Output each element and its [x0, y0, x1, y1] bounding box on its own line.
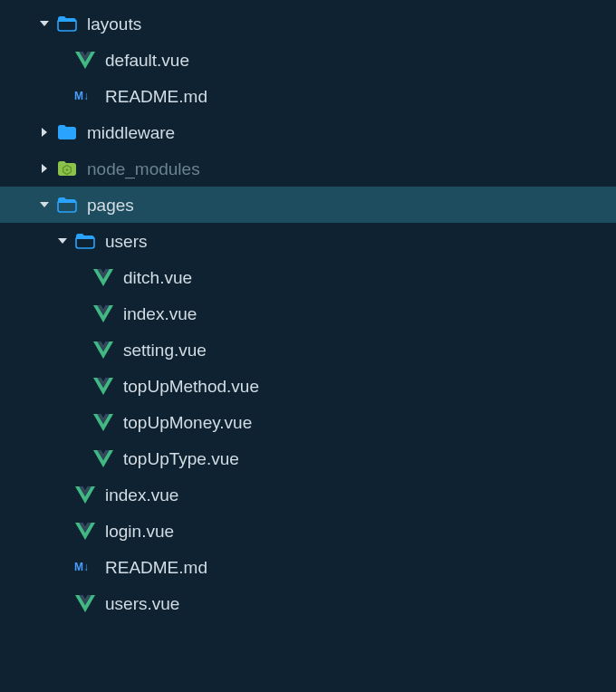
- svg-marker-0: [40, 21, 49, 26]
- vue-file-icon: [92, 341, 114, 359]
- tree-item-label: README.md: [105, 559, 207, 576]
- tree-item[interactable]: setting.vue: [0, 332, 616, 368]
- tree-item-label: topUpMethod.vue: [123, 378, 259, 395]
- tree-item[interactable]: middleware: [0, 114, 616, 150]
- tree-item[interactable]: pages: [0, 187, 616, 223]
- tree-item[interactable]: M↓README.md: [0, 549, 616, 585]
- tree-item-label: index.vue: [105, 486, 178, 504]
- folder-open-icon: [56, 15, 78, 32]
- node-modules-icon: [56, 160, 78, 177]
- vue-file-icon: [74, 522, 96, 540]
- tree-item-label: node_modules: [87, 160, 200, 178]
- tree-item-label: README.md: [105, 88, 207, 105]
- markdown-file-icon: M↓: [74, 90, 96, 102]
- tree-item[interactable]: layouts: [0, 5, 616, 42]
- svg-marker-6: [40, 202, 49, 207]
- chevron-down-icon[interactable]: [56, 237, 69, 245]
- tree-item[interactable]: M↓README.md: [0, 78, 616, 114]
- vue-file-icon: [92, 413, 114, 431]
- vue-file-icon: [92, 377, 114, 395]
- chevron-right-icon[interactable]: [38, 164, 51, 173]
- svg-point-5: [66, 168, 69, 171]
- vue-file-icon: [92, 268, 114, 286]
- tree-item[interactable]: users.vue: [0, 585, 616, 621]
- chevron-down-icon[interactable]: [38, 201, 51, 208]
- tree-item-label: pages: [87, 197, 134, 214]
- tree-item[interactable]: login.vue: [0, 513, 616, 549]
- svg-marker-3: [42, 164, 47, 173]
- folder-icon: [56, 124, 78, 140]
- chevron-right-icon[interactable]: [38, 128, 51, 137]
- tree-item-label: layouts: [87, 15, 141, 33]
- tree-item[interactable]: node_modules: [0, 150, 616, 187]
- tree-item-label: ditch.vue: [123, 269, 192, 286]
- tree-item-label: default.vue: [105, 52, 189, 69]
- svg-marker-2: [42, 128, 47, 137]
- tree-item-label: users.vue: [105, 595, 179, 612]
- tree-item[interactable]: index.vue: [0, 295, 616, 332]
- tree-item[interactable]: ditch.vue: [0, 259, 616, 295]
- tree-item-label: login.vue: [105, 523, 174, 540]
- tree-item[interactable]: index.vue: [0, 476, 616, 513]
- markdown-file-icon: M↓: [74, 561, 96, 573]
- vue-file-icon: [92, 449, 114, 467]
- tree-item-label: topUpMoney.vue: [123, 414, 252, 431]
- folder-open-icon: [56, 197, 78, 213]
- tree-item-label: index.vue: [123, 305, 197, 322]
- vue-file-icon: [74, 51, 96, 69]
- svg-text:M↓: M↓: [74, 561, 89, 573]
- chevron-down-icon[interactable]: [38, 20, 51, 27]
- tree-item-label: topUpType.vue: [123, 450, 239, 467]
- vue-file-icon: [74, 485, 96, 504]
- tree-item[interactable]: default.vue: [0, 42, 616, 78]
- tree-item[interactable]: topUpType.vue: [0, 440, 616, 476]
- file-tree: layoutsdefault.vueM↓README.mdmiddlewaren…: [0, 0, 616, 621]
- tree-item[interactable]: topUpMethod.vue: [0, 368, 616, 404]
- svg-marker-7: [58, 238, 67, 244]
- tree-item[interactable]: users: [0, 223, 616, 259]
- vue-file-icon: [74, 594, 96, 612]
- tree-item[interactable]: topUpMoney.vue: [0, 404, 616, 440]
- svg-text:M↓: M↓: [74, 90, 89, 102]
- vue-file-icon: [92, 304, 114, 322]
- tree-item-label: setting.vue: [123, 341, 207, 359]
- tree-item-label: middleware: [87, 124, 175, 141]
- tree-item-label: users: [105, 233, 147, 250]
- folder-open-icon: [74, 233, 96, 249]
